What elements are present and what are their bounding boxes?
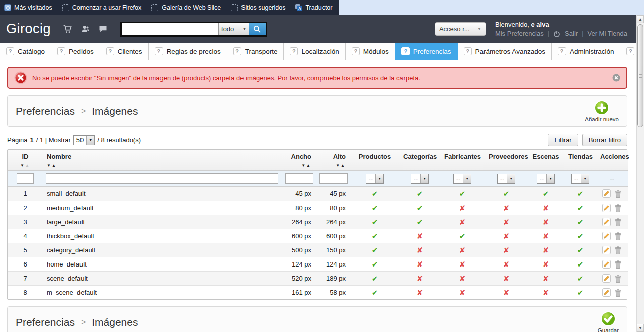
cell-flag: ✔	[399, 187, 440, 201]
delete-icon[interactable]	[614, 246, 622, 254]
filter-select[interactable]: --▼	[411, 174, 429, 184]
tab-transporte[interactable]: ?Transporte	[227, 43, 284, 60]
vertical-scrollbar[interactable]: ▲ ▼	[636, 15, 644, 332]
page-size-select[interactable]: 50 ▼	[73, 135, 95, 145]
cell-flag: ✔	[351, 187, 399, 201]
sort-asc-icon[interactable]: ▲	[52, 163, 57, 168]
sort-desc-icon[interactable]: ▼	[336, 163, 341, 168]
tab-administraci-n[interactable]: ?Administración	[552, 43, 621, 60]
cell-flag: ✘	[528, 215, 564, 229]
logout-link[interactable]: Salir	[565, 30, 578, 37]
filter-select[interactable]: --▼	[366, 174, 384, 184]
scroll-up-icon[interactable]: ▲	[637, 15, 644, 23]
edit-icon[interactable]	[602, 204, 611, 212]
sort-desc-icon[interactable]: ▼	[20, 163, 25, 168]
breadcrumb-panel-top: Preferencias > Imágenes Añadir nuevo	[7, 95, 627, 127]
tab-preferencias[interactable]: ?Preferencias	[395, 43, 458, 60]
cell-flag: ✘	[485, 257, 528, 272]
cell-actions	[596, 229, 628, 243]
filter-input-height[interactable]	[319, 173, 348, 184]
messages-icon[interactable]	[97, 24, 108, 35]
delete-icon[interactable]	[614, 289, 622, 297]
column-header-alto[interactable]: Alto▼▲	[316, 150, 351, 171]
tab-reglas-de-precios[interactable]: ?Reglas de precios	[149, 43, 227, 60]
sort-desc-icon[interactable]: ▼	[47, 163, 52, 168]
cell-flag: ✘	[528, 286, 564, 300]
filter-select[interactable]: --▼	[571, 174, 590, 184]
edit-icon[interactable]	[602, 260, 611, 269]
search-scope-select[interactable]: todo ▼	[218, 23, 249, 35]
delete-icon[interactable]	[614, 218, 622, 226]
bookmark-item[interactable]: Más visitados	[4, 4, 52, 11]
cell-flag: ✘	[485, 215, 528, 229]
customers-icon[interactable]	[79, 24, 91, 35]
edit-icon[interactable]	[602, 189, 611, 198]
add-new-button[interactable]: Añadir nuevo	[585, 100, 619, 122]
filter-input-width[interactable]	[285, 173, 313, 184]
column-header-nombre[interactable]: Nombre▼▲	[43, 150, 281, 171]
filter-select[interactable]: --▼	[453, 174, 472, 184]
cell-id: 8	[8, 286, 43, 300]
bookmark-item[interactable]: Comenzar a usar Firefox	[62, 4, 142, 11]
tab-par-metros-avanzados[interactable]: ?Parámetros Avanzados	[458, 43, 552, 60]
breadcrumb-section[interactable]: Preferencias	[16, 105, 75, 117]
scrollbar-thumb[interactable]	[637, 24, 643, 127]
cell-flag: ✘	[528, 243, 564, 257]
filter-select[interactable]: --▼	[497, 174, 516, 184]
view-shop-link[interactable]: Ver Mi Tienda	[588, 30, 628, 37]
sort-asc-icon[interactable]: ▲	[25, 163, 30, 168]
cross-icon: ✘	[459, 204, 466, 212]
cross-icon: ✘	[459, 288, 466, 297]
cell-flag: ✔	[564, 201, 596, 215]
filter-input-id[interactable]	[17, 173, 34, 184]
edit-icon[interactable]	[602, 218, 611, 226]
edit-icon[interactable]	[602, 274, 611, 283]
sort-asc-icon[interactable]: ▲	[306, 163, 311, 168]
cell-flag: ✘	[440, 215, 485, 229]
tab-clientes[interactable]: ?Clientes	[100, 43, 149, 60]
column-header-ancho[interactable]: Ancho▼▲	[281, 150, 316, 171]
edit-icon[interactable]	[602, 246, 611, 254]
delete-icon[interactable]	[614, 232, 622, 240]
delete-icon[interactable]	[614, 275, 622, 283]
column-label: Tiendas	[568, 153, 592, 161]
page-content: No se puede escribir "Sin imagen" de la …	[0, 60, 644, 332]
my-preferences-link[interactable]: Mis Preferencias	[495, 30, 544, 37]
filter-input-name[interactable]	[46, 173, 278, 184]
delete-icon[interactable]	[614, 204, 622, 212]
table-row: 3large_default264 px264 px✔✔✘✘✘✔	[8, 215, 628, 229]
scroll-down-icon[interactable]: ▼	[637, 324, 644, 332]
tab-m-dulos[interactable]: ?Módulos	[346, 43, 395, 60]
bookmark-item[interactable]: ATraductor	[295, 4, 332, 11]
bookmark-label: Más visitados	[14, 4, 52, 11]
edit-icon[interactable]	[602, 232, 611, 240]
delete-icon[interactable]	[614, 260, 622, 269]
cart-icon[interactable]	[62, 24, 73, 35]
check-icon: ✔	[417, 189, 423, 198]
delete-icon[interactable]	[614, 190, 622, 198]
tab-cat-logo[interactable]: ?Catálogo	[0, 43, 51, 60]
tab-label: Preferencias	[413, 48, 451, 55]
close-icon[interactable]	[612, 74, 620, 82]
cell-actions	[596, 257, 628, 272]
filter-select[interactable]: --▼	[537, 174, 555, 184]
sort-desc-icon[interactable]: ▼	[301, 163, 306, 168]
cross-icon: ✘	[543, 288, 549, 297]
shop-logo[interactable]: Girocig	[6, 21, 51, 37]
breadcrumb-section[interactable]: Preferencias	[16, 316, 75, 328]
quick-access-select[interactable]: Acceso r... ▼	[435, 22, 486, 36]
tab-pedidos[interactable]: ?Pedidos	[51, 43, 100, 60]
bookmark-item[interactable]: Sitios sugeridos	[231, 4, 285, 11]
breadcrumb-separator: >	[81, 107, 86, 116]
filter-button[interactable]: Filtrar	[548, 134, 578, 146]
column-header-id[interactable]: ID▼▲	[8, 150, 43, 171]
tab-localizaci-n[interactable]: ?Localización	[284, 43, 345, 60]
edit-icon[interactable]	[602, 288, 611, 297]
bookmark-item[interactable]: Galería de Web Slice	[151, 4, 221, 11]
search-input[interactable]	[122, 23, 218, 35]
search-button[interactable]	[249, 23, 266, 35]
save-button[interactable]: Guardar	[598, 311, 619, 332]
clear-filter-button[interactable]: Borrar filtro	[582, 134, 627, 146]
pagination-page-label: Página	[7, 136, 27, 144]
sort-asc-icon[interactable]: ▲	[341, 163, 346, 168]
